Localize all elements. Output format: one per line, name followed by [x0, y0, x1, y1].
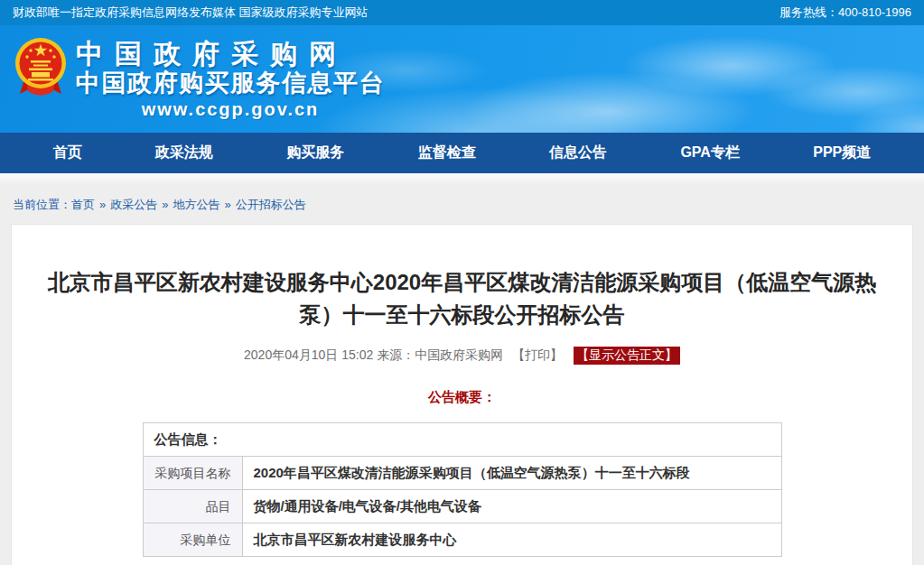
row-label-category: 品目	[143, 490, 242, 523]
table-row: 品目 货物/通用设备/电气设备/其他电气设备	[143, 490, 781, 523]
nav-item-purchase-service[interactable]: 购买服务	[286, 144, 344, 162]
nav-item-supervision[interactable]: 监督检查	[418, 144, 476, 162]
service-hotline: 服务热线：400-810-1996	[779, 5, 911, 21]
breadcrumb-local-notices[interactable]: 地方公告	[173, 198, 219, 211]
breadcrumb-open-tender[interactable]: 公开招标公告	[236, 198, 306, 211]
nav-item-announcements[interactable]: 信息公告	[549, 144, 607, 162]
row-value-purchaser: 北京市昌平区新农村建设服务中心	[242, 523, 781, 557]
breadcrumb-label: 当前位置：	[13, 198, 71, 211]
article-title: 北京市昌平区新农村建设服务中心2020年昌平区煤改清洁能源采购项目（低温空气源热…	[47, 266, 878, 331]
nav-item-home[interactable]: 首页	[53, 144, 82, 162]
table-header-row: 公告信息：	[143, 423, 781, 457]
national-emblem-icon	[13, 36, 69, 103]
table-row: 采购单位 北京市昌平区新农村建设服务中心	[143, 523, 781, 557]
article-source: 来源：中国政府采购网	[377, 347, 503, 362]
row-label-project-name: 采购项目名称	[143, 457, 242, 490]
summary-heading: 公告概要：	[39, 389, 885, 406]
row-value-project-name: 2020年昌平区煤改清洁能源采购项目（低温空气源热泵）十一至十六标段	[242, 457, 781, 490]
breadcrumb-separator: »	[162, 198, 168, 211]
table-row: 采购项目名称 2020年昌平区煤改清洁能源采购项目（低温空气源热泵）十一至十六标…	[143, 457, 781, 490]
site-slogan: 财政部唯一指定政府采购信息网络发布媒体 国家级政府采购专业网站	[13, 5, 369, 21]
table-header-cell: 公告信息：	[143, 423, 781, 457]
top-service-bar: 财政部唯一指定政府采购信息网络发布媒体 国家级政府采购专业网站 服务热线：400…	[0, 0, 924, 25]
breadcrumb: 当前位置：首页»政采公告»地方公告»公开招标公告	[0, 185, 924, 224]
nav-item-ppp[interactable]: PPP频道	[813, 144, 871, 162]
breadcrumb-separator: »	[99, 198, 106, 211]
show-announcement-body-button[interactable]: 【显示公告正文】	[574, 347, 680, 365]
nav-item-regulations[interactable]: 政采法规	[155, 144, 213, 162]
publish-datetime: 2020年04月10日 15:02	[244, 347, 373, 362]
nav-item-gpa[interactable]: GPA专栏	[680, 144, 739, 162]
nav-shadow	[0, 173, 924, 185]
article-meta: 2020年04月10日 15:02 来源：中国政府采购网 【打印】 【显示公告正…	[39, 347, 885, 365]
row-label-purchaser: 采购单位	[143, 523, 242, 557]
article-card: 北京市昌平区新农村建设服务中心2020年昌平区煤改清洁能源采购项目（低温空气源热…	[11, 224, 913, 565]
breadcrumb-home[interactable]: 首页	[71, 198, 95, 211]
site-header: 中国政府采购网 中国政府购买服务信息平台 www.ccgp.gov.cn	[0, 25, 924, 133]
breadcrumb-separator: »	[224, 198, 230, 211]
breadcrumb-procurement-notices[interactable]: 政采公告	[110, 198, 157, 211]
site-url: www.ccgp.gov.cn	[76, 97, 385, 122]
main-nav: 首页 政采法规 购买服务 监督检查 信息公告 GPA专栏 PPP频道	[0, 133, 924, 173]
site-title: 中国政府采购网	[76, 38, 385, 69]
announcement-info-table: 公告信息： 采购项目名称 2020年昌平区煤改清洁能源采购项目（低温空气源热泵）…	[143, 422, 782, 557]
print-button[interactable]: 【打印】	[512, 347, 563, 362]
row-value-category: 货物/通用设备/电气设备/其他电气设备	[242, 490, 781, 523]
site-subtitle: 中国政府购买服务信息平台	[76, 69, 385, 97]
